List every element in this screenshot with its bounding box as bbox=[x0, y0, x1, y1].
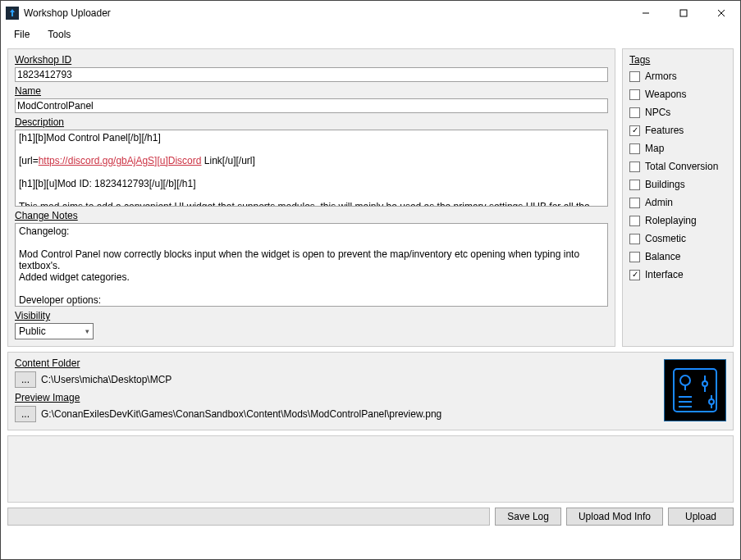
tag-checkbox-features[interactable]: ✓ bbox=[629, 125, 640, 136]
tag-label: Admin bbox=[645, 197, 673, 208]
discord-link[interactable]: https://discord.gg/gbAjAgS][u]Discord bbox=[39, 155, 202, 166]
tag-row-balance: Balance bbox=[629, 248, 726, 266]
svg-rect-1 bbox=[680, 10, 687, 16]
maximize-button[interactable] bbox=[665, 1, 702, 25]
svg-point-5 bbox=[680, 376, 690, 385]
tag-row-total-conversion: Total Conversion bbox=[629, 157, 726, 175]
tag-checkbox-cosmetic[interactable] bbox=[629, 234, 640, 244]
tag-checkbox-interface[interactable]: ✓ bbox=[629, 270, 640, 280]
tag-label: Interface bbox=[645, 269, 684, 280]
change-notes-label: Change Notes bbox=[15, 210, 608, 221]
description-label: Description bbox=[15, 116, 608, 128]
tag-row-weapons: Weapons bbox=[629, 85, 726, 103]
tag-checkbox-total-conversion[interactable] bbox=[629, 162, 640, 172]
tag-row-armors: Armors bbox=[629, 67, 726, 85]
workshop-id-input[interactable]: 1823412793 bbox=[15, 67, 608, 82]
window-controls bbox=[627, 1, 740, 25]
content-folder-browse-button[interactable]: ... bbox=[15, 371, 36, 388]
titlebar: Workshop Uploader bbox=[1, 1, 740, 25]
tag-row-interface: ✓Interface bbox=[629, 266, 726, 284]
preview-image-path: G:\ConanExilesDevKit\Games\ConanSandbox\… bbox=[41, 408, 441, 420]
log-panel bbox=[7, 435, 734, 503]
tag-checkbox-admin[interactable] bbox=[629, 198, 640, 208]
workshop-id-label: Workshop ID bbox=[15, 54, 608, 66]
preview-thumbnail bbox=[664, 359, 726, 421]
menubar: File Tools bbox=[1, 25, 740, 43]
tag-row-roleplaying: Roleplaying bbox=[629, 212, 726, 230]
tag-label: Roleplaying bbox=[645, 215, 697, 226]
content-folder-label: Content Folder bbox=[15, 357, 657, 369]
tag-row-admin: Admin bbox=[629, 193, 726, 212]
tag-row-map: Map bbox=[629, 139, 726, 157]
name-label: Name bbox=[15, 85, 608, 97]
tag-label: Map bbox=[645, 143, 664, 154]
tag-checkbox-buildings[interactable] bbox=[629, 180, 640, 190]
tag-label: Weapons bbox=[645, 89, 686, 100]
tag-checkbox-armors[interactable] bbox=[629, 71, 640, 82]
tag-label: NPCs bbox=[645, 107, 670, 118]
svg-point-13 bbox=[709, 399, 714, 404]
tag-label: Buildings bbox=[645, 179, 685, 190]
svg-point-7 bbox=[702, 381, 707, 386]
progress-bar bbox=[7, 508, 490, 526]
tag-label: Balance bbox=[645, 251, 680, 262]
preview-image-browse-button[interactable]: ... bbox=[15, 406, 36, 422]
change-notes-textarea[interactable]: Changelog: Mod Control Panel now correct… bbox=[15, 223, 608, 307]
bottom-actions: Save Log Upload Mod Info Upload bbox=[7, 508, 734, 526]
visibility-label: Visibility bbox=[15, 310, 608, 321]
upload-button[interactable]: Upload bbox=[668, 508, 734, 526]
name-input[interactable]: ModControlPanel bbox=[15, 98, 608, 113]
visibility-dropdown[interactable]: Public ▾ bbox=[15, 323, 94, 339]
paths-panel: Content Folder ... C:\Users\micha\Deskto… bbox=[7, 352, 734, 430]
minimize-button[interactable] bbox=[627, 1, 665, 25]
menu-file[interactable]: File bbox=[6, 27, 38, 42]
tag-checkbox-balance[interactable] bbox=[629, 252, 640, 262]
save-log-button[interactable]: Save Log bbox=[495, 508, 561, 526]
tag-label: Armors bbox=[645, 71, 677, 82]
svg-rect-4 bbox=[674, 369, 716, 412]
tag-label: Features bbox=[645, 125, 684, 136]
tag-checkbox-weapons[interactable] bbox=[629, 89, 640, 100]
tag-checkbox-npcs[interactable] bbox=[629, 107, 640, 118]
tag-row-npcs: NPCs bbox=[629, 103, 726, 121]
tags-label: Tags bbox=[629, 54, 726, 66]
tags-panel: Tags ArmorsWeaponsNPCs✓FeaturesMapTotal … bbox=[622, 48, 734, 347]
close-button[interactable] bbox=[702, 1, 740, 25]
tag-label: Total Conversion bbox=[645, 161, 718, 172]
preview-image-label: Preview Image bbox=[15, 392, 657, 403]
tag-checkbox-map[interactable] bbox=[629, 143, 640, 154]
chevron-down-icon: ▾ bbox=[85, 327, 89, 335]
tag-label: Cosmetic bbox=[645, 233, 686, 244]
menu-tools[interactable]: Tools bbox=[39, 27, 79, 42]
tag-row-features: ✓Features bbox=[629, 121, 726, 139]
description-textarea[interactable]: [h1][b]Mod Control Panel[/b][/h1] [url=h… bbox=[15, 130, 608, 207]
app-icon bbox=[6, 7, 19, 20]
tag-checkbox-roleplaying[interactable] bbox=[629, 216, 640, 226]
tag-row-cosmetic: Cosmetic bbox=[629, 230, 726, 248]
upload-mod-info-button[interactable]: Upload Mod Info bbox=[566, 508, 663, 526]
details-panel: Workshop ID 1823412793 Name ModControlPa… bbox=[7, 48, 615, 347]
window-title: Workshop Uploader bbox=[24, 7, 111, 19]
tag-row-buildings: Buildings bbox=[629, 175, 726, 193]
content-folder-path: C:\Users\micha\Desktop\MCP bbox=[41, 374, 172, 385]
